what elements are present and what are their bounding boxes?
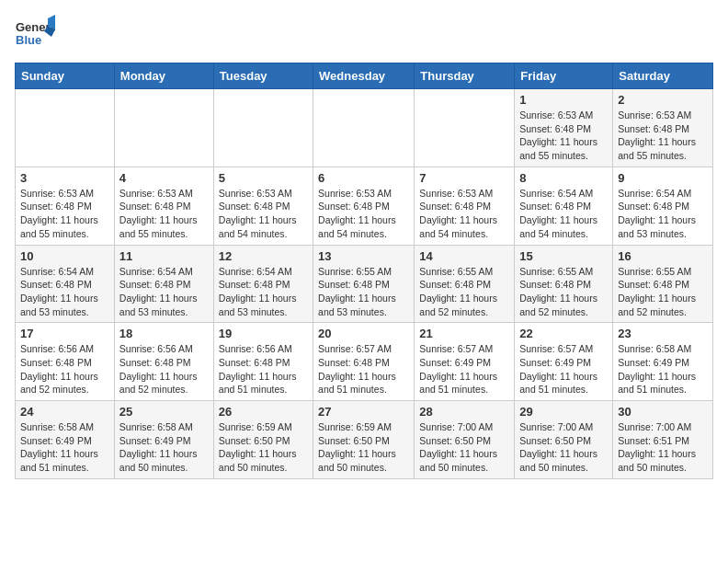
calendar-cell: 18Sunrise: 6:56 AMSunset: 6:48 PMDayligh… <box>114 323 213 401</box>
calendar-cell: 4Sunrise: 6:53 AMSunset: 6:48 PMDaylight… <box>114 167 213 245</box>
logo: General Blue <box>15 15 55 55</box>
calendar-cell: 26Sunrise: 6:59 AMSunset: 6:50 PMDayligh… <box>213 401 313 479</box>
day-info: Sunrise: 7:00 AMSunset: 6:50 PMDaylight:… <box>419 420 509 475</box>
calendar-cell: 2Sunrise: 6:53 AMSunset: 6:48 PMDaylight… <box>613 89 713 167</box>
calendar-cell: 16Sunrise: 6:55 AMSunset: 6:48 PMDayligh… <box>613 245 713 323</box>
day-info: Sunrise: 6:56 AMSunset: 6:48 PMDaylight:… <box>219 342 308 396</box>
calendar-cell <box>114 89 213 167</box>
day-info: Sunrise: 6:54 AMSunset: 6:48 PMDaylight:… <box>519 187 608 241</box>
svg-text:Blue: Blue <box>16 33 41 47</box>
day-info: Sunrise: 6:54 AMSunset: 6:48 PMDaylight:… <box>618 187 708 241</box>
day-number: 22 <box>519 327 608 340</box>
day-number: 1 <box>519 93 608 107</box>
calendar-cell: 11Sunrise: 6:54 AMSunset: 6:48 PMDayligh… <box>114 245 213 323</box>
calendar-cell: 28Sunrise: 7:00 AMSunset: 6:50 PMDayligh… <box>415 401 515 479</box>
calendar-cell: 6Sunrise: 6:53 AMSunset: 6:48 PMDaylight… <box>313 167 415 245</box>
day-number: 14 <box>419 249 509 263</box>
calendar-cell: 5Sunrise: 6:53 AMSunset: 6:48 PMDaylight… <box>213 167 313 245</box>
day-number: 18 <box>119 327 209 340</box>
day-info: Sunrise: 6:53 AMSunset: 6:48 PMDaylight:… <box>419 187 509 241</box>
day-info: Sunrise: 6:53 AMSunset: 6:48 PMDaylight:… <box>219 187 308 241</box>
calendar-week-4: 17Sunrise: 6:56 AMSunset: 6:48 PMDayligh… <box>16 323 713 401</box>
calendar-cell: 14Sunrise: 6:55 AMSunset: 6:48 PMDayligh… <box>415 245 515 323</box>
day-number: 20 <box>318 327 409 340</box>
day-number: 6 <box>318 171 409 185</box>
day-info: Sunrise: 6:57 AMSunset: 6:49 PMDaylight:… <box>419 342 509 396</box>
calendar-table: SundayMondayTuesdayWednesdayThursdayFrid… <box>15 63 713 479</box>
day-info: Sunrise: 7:00 AMSunset: 6:50 PMDaylight:… <box>519 420 608 475</box>
day-info: Sunrise: 6:57 AMSunset: 6:49 PMDaylight:… <box>519 342 608 396</box>
header-tuesday: Tuesday <box>213 63 313 89</box>
day-info: Sunrise: 6:53 AMSunset: 6:48 PMDaylight:… <box>20 187 109 241</box>
calendar-week-5: 24Sunrise: 6:58 AMSunset: 6:49 PMDayligh… <box>16 401 713 479</box>
calendar-week-3: 10Sunrise: 6:54 AMSunset: 6:48 PMDayligh… <box>16 245 713 323</box>
calendar-cell: 29Sunrise: 7:00 AMSunset: 6:50 PMDayligh… <box>515 401 613 479</box>
day-info: Sunrise: 6:54 AMSunset: 6:48 PMDaylight:… <box>20 265 109 319</box>
day-info: Sunrise: 6:59 AMSunset: 6:50 PMDaylight:… <box>219 420 308 475</box>
calendar-cell: 20Sunrise: 6:57 AMSunset: 6:48 PMDayligh… <box>313 323 415 401</box>
day-number: 13 <box>318 249 409 263</box>
header-saturday: Saturday <box>613 63 713 89</box>
day-info: Sunrise: 6:53 AMSunset: 6:48 PMDaylight:… <box>119 187 209 241</box>
header-thursday: Thursday <box>415 63 515 89</box>
day-number: 7 <box>419 171 509 185</box>
calendar-cell: 12Sunrise: 6:54 AMSunset: 6:48 PMDayligh… <box>213 245 313 323</box>
day-number: 26 <box>219 405 308 419</box>
day-number: 19 <box>219 327 308 340</box>
day-number: 30 <box>618 405 708 419</box>
page-header: General Blue <box>15 15 713 55</box>
day-number: 21 <box>419 327 509 340</box>
calendar-cell: 13Sunrise: 6:55 AMSunset: 6:48 PMDayligh… <box>313 245 415 323</box>
calendar-cell: 21Sunrise: 6:57 AMSunset: 6:49 PMDayligh… <box>415 323 515 401</box>
day-info: Sunrise: 6:58 AMSunset: 6:49 PMDaylight:… <box>119 420 209 475</box>
calendar-cell: 15Sunrise: 6:55 AMSunset: 6:48 PMDayligh… <box>515 245 613 323</box>
day-number: 17 <box>20 327 109 340</box>
calendar-cell: 23Sunrise: 6:58 AMSunset: 6:49 PMDayligh… <box>613 323 713 401</box>
header-sunday: Sunday <box>16 63 115 89</box>
calendar-header-row: SundayMondayTuesdayWednesdayThursdayFrid… <box>16 63 713 89</box>
calendar-cell <box>16 89 115 167</box>
day-number: 9 <box>618 171 708 185</box>
day-number: 28 <box>419 405 509 419</box>
calendar-cell: 1Sunrise: 6:53 AMSunset: 6:48 PMDaylight… <box>515 89 613 167</box>
day-number: 5 <box>219 171 308 185</box>
day-number: 27 <box>318 405 409 419</box>
day-info: Sunrise: 6:55 AMSunset: 6:48 PMDaylight:… <box>618 265 708 319</box>
day-number: 12 <box>219 249 308 263</box>
day-number: 10 <box>20 249 109 263</box>
calendar-cell: 27Sunrise: 6:59 AMSunset: 6:50 PMDayligh… <box>313 401 415 479</box>
calendar-cell: 7Sunrise: 6:53 AMSunset: 6:48 PMDaylight… <box>415 167 515 245</box>
day-info: Sunrise: 6:53 AMSunset: 6:48 PMDaylight:… <box>519 109 608 163</box>
calendar-cell <box>213 89 313 167</box>
day-number: 24 <box>20 405 109 419</box>
day-info: Sunrise: 6:58 AMSunset: 6:49 PMDaylight:… <box>20 420 109 475</box>
header-wednesday: Wednesday <box>313 63 415 89</box>
day-number: 25 <box>119 405 209 419</box>
day-number: 15 <box>519 249 608 263</box>
day-info: Sunrise: 6:59 AMSunset: 6:50 PMDaylight:… <box>318 420 409 475</box>
calendar-cell: 9Sunrise: 6:54 AMSunset: 6:48 PMDaylight… <box>613 167 713 245</box>
day-info: Sunrise: 6:57 AMSunset: 6:48 PMDaylight:… <box>318 342 409 396</box>
header-friday: Friday <box>515 63 613 89</box>
logo-icon: General Blue <box>15 15 55 55</box>
day-info: Sunrise: 6:56 AMSunset: 6:48 PMDaylight:… <box>119 342 209 396</box>
calendar-cell: 22Sunrise: 6:57 AMSunset: 6:49 PMDayligh… <box>515 323 613 401</box>
day-info: Sunrise: 6:56 AMSunset: 6:48 PMDaylight:… <box>20 342 109 396</box>
calendar-cell: 17Sunrise: 6:56 AMSunset: 6:48 PMDayligh… <box>16 323 115 401</box>
calendar-cell: 24Sunrise: 6:58 AMSunset: 6:49 PMDayligh… <box>16 401 115 479</box>
day-info: Sunrise: 6:54 AMSunset: 6:48 PMDaylight:… <box>219 265 308 319</box>
day-info: Sunrise: 7:00 AMSunset: 6:51 PMDaylight:… <box>618 420 708 475</box>
calendar-cell: 25Sunrise: 6:58 AMSunset: 6:49 PMDayligh… <box>114 401 213 479</box>
calendar-cell <box>415 89 515 167</box>
calendar-cell: 3Sunrise: 6:53 AMSunset: 6:48 PMDaylight… <box>16 167 115 245</box>
day-info: Sunrise: 6:55 AMSunset: 6:48 PMDaylight:… <box>318 265 409 319</box>
day-info: Sunrise: 6:53 AMSunset: 6:48 PMDaylight:… <box>318 187 409 241</box>
header-monday: Monday <box>114 63 213 89</box>
day-number: 23 <box>618 327 708 340</box>
calendar-cell: 8Sunrise: 6:54 AMSunset: 6:48 PMDaylight… <box>515 167 613 245</box>
day-info: Sunrise: 6:58 AMSunset: 6:49 PMDaylight:… <box>618 342 708 396</box>
day-info: Sunrise: 6:55 AMSunset: 6:48 PMDaylight:… <box>519 265 608 319</box>
day-number: 11 <box>119 249 209 263</box>
day-info: Sunrise: 6:55 AMSunset: 6:48 PMDaylight:… <box>419 265 509 319</box>
calendar-week-2: 3Sunrise: 6:53 AMSunset: 6:48 PMDaylight… <box>16 167 713 245</box>
